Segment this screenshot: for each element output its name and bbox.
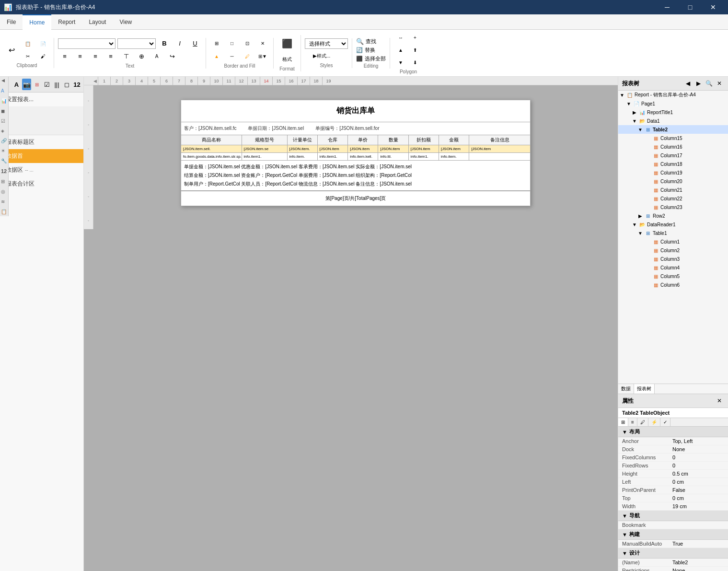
- tree-col18[interactable]: ▦ Column18: [618, 160, 728, 168]
- tree-rt1-expand[interactable]: ▶: [632, 109, 637, 115]
- table-data-row2[interactable]: fo.item.goods.data.info.item.str.sp.li. …: [181, 153, 531, 161]
- polygon-btn2[interactable]: +: [408, 32, 422, 43]
- tree-col19[interactable]: ▦ Column19: [618, 168, 728, 177]
- side-icon-9[interactable]: 🔧: [1, 158, 7, 163]
- props-section-design[interactable]: ▼ 设计: [618, 548, 728, 559]
- tree-dr1-expand[interactable]: ▼: [632, 221, 637, 227]
- tree-table1-col6[interactable]: ▦ Column6: [618, 280, 728, 289]
- tree-table1-col3[interactable]: ▦ Column3: [618, 255, 728, 263]
- paste-button[interactable]: 📋: [21, 38, 35, 49]
- italic-button[interactable]: I: [173, 38, 186, 49]
- tree-col23[interactable]: ▦ Column23: [618, 203, 728, 211]
- side-icon-7[interactable]: 🔗: [1, 138, 7, 143]
- border-inner-button[interactable]: ⊡: [241, 38, 254, 49]
- border-all-button[interactable]: ⊞: [210, 38, 223, 49]
- close-button[interactable]: ✕: [702, 0, 724, 14]
- text-color-button[interactable]: A: [150, 51, 163, 62]
- props-tab-grid[interactable]: ⊞: [618, 418, 628, 426]
- minimize-button[interactable]: ─: [656, 0, 678, 14]
- style-select[interactable]: 选择样式: [305, 38, 348, 49]
- tree-col15[interactable]: ▦ Column15: [618, 134, 728, 142]
- tree-table1-col1[interactable]: ▦ Column1: [618, 237, 728, 246]
- left-panel-table-btn[interactable]: ⊞: [32, 79, 41, 90]
- side-icon-10[interactable]: 12: [1, 168, 7, 174]
- border-none-button[interactable]: ✕: [256, 38, 269, 49]
- tree-datareader1[interactable]: ▼ 📂 DataReader1: [618, 220, 728, 229]
- tree-table1-col2[interactable]: ▦ Column2: [618, 246, 728, 255]
- font-size-select[interactable]: [117, 38, 156, 49]
- polygon-btn5[interactable]: ▼: [394, 57, 407, 68]
- tree-col22[interactable]: ▦ Column22: [618, 194, 728, 203]
- align-middle-button[interactable]: ⊕: [135, 51, 148, 62]
- side-icon-8[interactable]: ☀: [1, 148, 7, 153]
- style-more-button[interactable]: ▶ 样式...: [305, 50, 338, 62]
- align-top-button[interactable]: ⊤: [119, 51, 133, 62]
- tree-table1-expand[interactable]: ▼: [637, 230, 643, 236]
- left-panel-summary[interactable]: 报表合计区: [0, 177, 83, 191]
- line-color-button[interactable]: 🖊: [241, 51, 254, 62]
- more-borders-button[interactable]: ⊞▼: [256, 51, 269, 62]
- side-icon-13[interactable]: ≋: [1, 199, 7, 204]
- tree-root-expand[interactable]: ▼: [619, 92, 625, 98]
- left-panel-num-btn[interactable]: 12: [72, 79, 81, 90]
- props-section-build[interactable]: ▼ 构建: [618, 529, 728, 540]
- bold-button[interactable]: B: [158, 38, 171, 49]
- side-icon-1[interactable]: ▶: [1, 79, 7, 83]
- tree-col21[interactable]: ▦ Column21: [618, 186, 728, 194]
- props-tab-sort[interactable]: ≡: [628, 418, 637, 426]
- left-panel-data-area[interactable]: 数据区 -- ...: [0, 163, 83, 177]
- side-icon-5[interactable]: ☑: [1, 118, 7, 124]
- side-icon-2[interactable]: A: [1, 88, 7, 93]
- left-panel-check-btn[interactable]: ☑: [42, 79, 51, 90]
- tree-page1-expand[interactable]: ▼: [626, 101, 632, 106]
- tree-root[interactable]: ▼ 📋 Report - 销售出库单-合价-A4: [618, 91, 728, 99]
- format-painter-button[interactable]: 🖌: [36, 50, 50, 62]
- left-panel-data-header[interactable]: 数据首: [0, 149, 83, 163]
- tree-col20[interactable]: ▦ Column20: [618, 177, 728, 186]
- tree-search-btn[interactable]: 🔍: [704, 79, 714, 88]
- side-icon-6[interactable]: ◈: [1, 128, 7, 133]
- tree-close-btn[interactable]: ✕: [715, 79, 724, 88]
- left-panel-report-title[interactable]: 报表标题区: [0, 135, 83, 149]
- table-data-row1[interactable]: [JSON.item.sell. [JSON.item.se [JSON.ite…: [181, 145, 531, 153]
- tree-row2-expand[interactable]: ▶: [637, 213, 643, 219]
- tree-data1-expand[interactable]: ▼: [632, 118, 637, 124]
- tree-page1[interactable]: ▼ 📄 Page1: [618, 99, 728, 108]
- props-close-btn[interactable]: ✕: [715, 396, 724, 406]
- font-family-select[interactable]: [58, 38, 116, 49]
- polygon-btn4[interactable]: ⬆: [408, 44, 422, 56]
- side-icon-12[interactable]: ◎: [1, 189, 7, 194]
- align-right-button[interactable]: ≡: [89, 51, 102, 62]
- align-justify-button[interactable]: ≡: [104, 51, 117, 62]
- tree-col17[interactable]: ▦ Column17: [618, 151, 728, 160]
- tree-table2[interactable]: ▼ ⊞ Table2: [618, 125, 728, 134]
- canvas-area[interactable]: ◀ 1 2 3 4 5 6 7 8 9 10 11 12 13 14 15 16…: [84, 77, 618, 571]
- tree-next-btn[interactable]: ▶: [693, 79, 703, 88]
- format-button[interactable]: 格式: [280, 54, 294, 65]
- tree-prev-btn[interactable]: ◀: [683, 79, 693, 88]
- menu-tab-view[interactable]: View: [113, 14, 139, 30]
- tree-tab-data[interactable]: 数据: [618, 384, 634, 394]
- tree-tab-tree[interactable]: 报表树: [634, 384, 655, 394]
- menu-tab-report[interactable]: Report: [51, 14, 82, 30]
- tree-data1[interactable]: ▼ 📂 Data1: [618, 117, 728, 125]
- underline-button[interactable]: U: [188, 38, 202, 49]
- side-icon-11[interactable]: ⊞: [1, 179, 7, 184]
- border-style-button[interactable]: ─: [225, 51, 239, 62]
- align-center-button[interactable]: ≡: [73, 51, 87, 62]
- props-tab-bolt[interactable]: ⚡: [648, 418, 660, 426]
- copy-button[interactable]: 📄: [36, 38, 50, 49]
- left-panel-settings[interactable]: 设置报表...: [0, 93, 83, 106]
- undo-button[interactable]: ↩: [4, 42, 19, 58]
- border-outer-button[interactable]: □: [225, 38, 239, 49]
- maximize-button[interactable]: □: [679, 0, 701, 14]
- cut-button[interactable]: ✂: [21, 50, 35, 62]
- left-panel-img-btn[interactable]: 📷: [22, 79, 31, 90]
- menu-tab-file[interactable]: File: [0, 14, 23, 30]
- tree-table1[interactable]: ▼ ⊞ Table1: [618, 229, 728, 237]
- props-tab-check[interactable]: ✓: [660, 418, 670, 426]
- tree-table1-col4[interactable]: ▦ Column4: [618, 263, 728, 272]
- side-icon-14[interactable]: 📋: [1, 209, 7, 214]
- polygon-btn6[interactable]: ⬇: [408, 57, 422, 68]
- side-icon-3[interactable]: 📊: [1, 98, 7, 104]
